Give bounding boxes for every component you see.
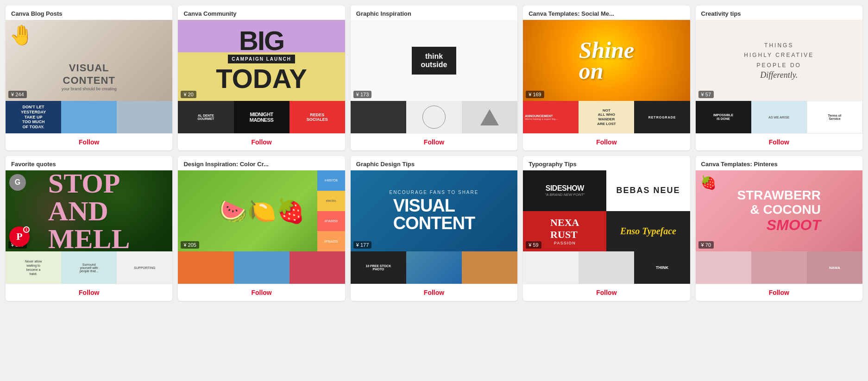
board-thumbs xyxy=(178,251,345,284)
board-title: Graphic Inspiration xyxy=(351,6,517,20)
pinterest-badge: P 1 xyxy=(9,226,30,247)
follow-button[interactable]: Follow xyxy=(178,133,345,150)
thumb-1: Never allowwaiting tobecome ahabit. xyxy=(6,251,61,284)
thumb-2 xyxy=(61,101,117,133)
pin-count: ¥ 173 xyxy=(353,91,372,98)
board-card-creativity-tips: Creativity tips THINGSHIGHLY CREATIVEPEO… xyxy=(696,6,862,150)
pin-count: ¥ 20 xyxy=(181,91,196,98)
sideshow-cell: SIDESHOW "A BRAND NEW FONT" xyxy=(523,170,606,211)
board-main-image: STOPANDMELL ¥ 247 G P 1 xyxy=(6,170,172,251)
board-title: Creativity tips xyxy=(696,6,862,20)
enso-cell: Enso Typeface xyxy=(606,211,690,252)
board-thumbs: IMPOSSIBLEIS DONE AS WE ARISE Terms ofSe… xyxy=(696,101,862,133)
follow-button[interactable]: Follow xyxy=(178,284,345,301)
board-main-image: ENCOURAGE FANS TO SHARE VISUALCONTENT ¥ … xyxy=(351,170,517,251)
strawberry-text: STRAWBERR& COCONUSMOOT xyxy=(737,188,821,233)
board-thumbs: Announcement We're having a super big...… xyxy=(523,101,690,133)
board-main-image: Shineon ¥ 169 xyxy=(523,20,690,101)
thumb-1: Announcement We're having a super big... xyxy=(523,101,579,133)
thumb-2 xyxy=(406,101,462,133)
board-thumbs xyxy=(351,101,517,133)
pin-count: ¥ 59 xyxy=(526,241,541,249)
thumb-1 xyxy=(351,101,406,133)
board-title: Canva Templates: Pinteres xyxy=(696,156,862,170)
pin-count: ¥ 57 xyxy=(698,91,714,98)
board-thumbs: THINK xyxy=(523,251,690,284)
board-card-canva-pinterest: Canva Templates: Pinteres 🍓 STRAWBERR& C… xyxy=(696,156,862,301)
board-card-canva-blog-posts: Canva Blog Posts 🤚 VISUALCONTENT your br… xyxy=(6,6,172,150)
board-thumbs: AL DENTEGOURMET MIDNIGHTMADNESS REDESSOC… xyxy=(178,101,345,133)
thumb-2 xyxy=(579,251,634,284)
board-title: Canva Templates: Social Me... xyxy=(523,6,690,20)
g-avatar: G xyxy=(9,174,26,191)
thumb-3 xyxy=(289,251,345,284)
color-swatches: #4897D8 electric #FA6659 #FBA055 xyxy=(317,170,345,251)
follow-button[interactable]: Follow xyxy=(696,133,862,150)
follow-button[interactable]: Follow xyxy=(523,133,690,150)
pin-count: ¥ 70 xyxy=(698,241,714,249)
board-main-image: BIG CAMPAIGN LAUNCH TODAY ¥ 20 xyxy=(178,20,345,101)
board-main-image: THINGSHIGHLY CREATIVEPEOPLE DO Different… xyxy=(696,20,862,101)
board-card-canva-templates-social: Canva Templates: Social Me... Shineon ¥ … xyxy=(523,6,690,150)
boards-grid: Canva Blog Posts 🤚 VISUALCONTENT your br… xyxy=(6,6,862,301)
vc-label: VISUALCONTENT your brand should be creat… xyxy=(62,62,117,92)
follow-button[interactable]: Follow xyxy=(351,133,517,150)
think-outside-text: thinkoutside xyxy=(412,47,457,75)
thumb-2: AS WE ARISE xyxy=(751,101,807,133)
thumb-1: AL DENTEGOURMET xyxy=(178,101,233,133)
board-card-graphic-design-tips: Graphic Design Tips ENCOURAGE FANS TO SH… xyxy=(351,156,517,301)
thumb-2: Surroundyourself withpeople that... xyxy=(61,251,117,284)
board-title: Favorite quotes xyxy=(6,156,172,170)
follow-button[interactable]: Follow xyxy=(6,284,172,301)
thumb-2 xyxy=(751,251,807,284)
board-main-image: 🍉🍋🍓 #4897D8 electric #FA6659 #FBA055 xyxy=(178,170,345,251)
thumb-3 xyxy=(462,251,517,284)
board-card-design-color: Design Inspiration: Color Cr... 🍉🍋🍓 #489… xyxy=(178,156,345,301)
thumb-1: DON'T LETYESTERDAYTAKE UPTOO MUCHOF TODA… xyxy=(6,101,61,133)
board-title: Typography Tips xyxy=(523,156,690,170)
board-thumbs: Never allowwaiting tobecome ahabit. Surr… xyxy=(6,251,172,284)
thumb-1: 10 FREE STOCKPHOTO xyxy=(351,251,406,284)
board-title: Canva Blog Posts xyxy=(6,6,172,20)
thumb-3: SUPPORTING xyxy=(117,251,172,284)
board-title: Canva Community xyxy=(178,6,345,20)
board-card-typography-tips: Typography Tips SIDESHOW "A BRAND NEW FO… xyxy=(523,156,690,301)
pin-count: ¥ 205 xyxy=(181,241,199,249)
pin-count: ¥ 169 xyxy=(526,91,544,98)
thumb-3: RETROGRADE xyxy=(634,101,690,133)
follow-button[interactable]: Follow xyxy=(696,284,862,301)
thumb-1: IMPOSSIBLEIS DONE xyxy=(696,101,751,133)
thumb-1 xyxy=(178,251,233,284)
board-card-favorite-quotes: Favorite quotes STOPANDMELL ¥ 247 G P 1 … xyxy=(6,156,172,301)
board-card-canva-community: Canva Community BIG CAMPAIGN LAUNCH TODA… xyxy=(178,6,345,150)
thumb-2: NOTALL WHOWANDERARE LOST xyxy=(579,101,634,133)
differently-text: Differently. xyxy=(744,70,814,80)
board-card-graphic-inspiration: Graphic Inspiration thinkoutside ¥ 173 xyxy=(351,6,517,150)
pin-count: ¥ 177 xyxy=(353,241,372,249)
thumb-2 xyxy=(234,251,289,284)
pin-count: ¥ 244 xyxy=(8,91,27,98)
thumb-3: THINK xyxy=(634,251,690,284)
thumb-1 xyxy=(523,251,579,284)
thumb-2 xyxy=(406,251,462,284)
visual-content-big: VISUALCONTENT xyxy=(393,197,475,232)
bebas-cell: BEBAS NEUE xyxy=(606,170,690,211)
board-main-image: thinkoutside ¥ 173 xyxy=(351,20,517,101)
follow-button[interactable]: Follow xyxy=(351,284,517,301)
creativity-text: THINGSHIGHLY CREATIVEPEOPLE DO xyxy=(744,41,814,71)
thumb-3 xyxy=(462,101,517,133)
board-title: Design Inspiration: Color Cr... xyxy=(178,156,345,170)
follow-button[interactable]: Follow xyxy=(6,133,172,150)
board-thumbs: DON'T LETYESTERDAYTAKE UPTOO MUCHOF TODA… xyxy=(6,101,172,133)
board-main-image: 🤚 VISUALCONTENT your brand should be cre… xyxy=(6,20,172,101)
encourage-text: ENCOURAGE FANS TO SHARE xyxy=(390,190,479,195)
thumb-1 xyxy=(696,251,751,284)
thumb-3 xyxy=(117,101,172,133)
thumb-2: MIDNIGHTMADNESS xyxy=(234,101,289,133)
follow-button[interactable]: Follow xyxy=(523,284,690,301)
thumb-3: Terms ofService xyxy=(807,101,862,133)
stop-text: STOPANDMELL xyxy=(48,170,130,251)
board-thumbs: 10 FREE STOCKPHOTO xyxy=(351,251,517,284)
typography-grid: SIDESHOW "A BRAND NEW FONT" BEBAS NEUE N… xyxy=(523,170,690,251)
board-main-image: 🍓 STRAWBERR& COCONUSMOOT ¥ 70 xyxy=(696,170,862,251)
